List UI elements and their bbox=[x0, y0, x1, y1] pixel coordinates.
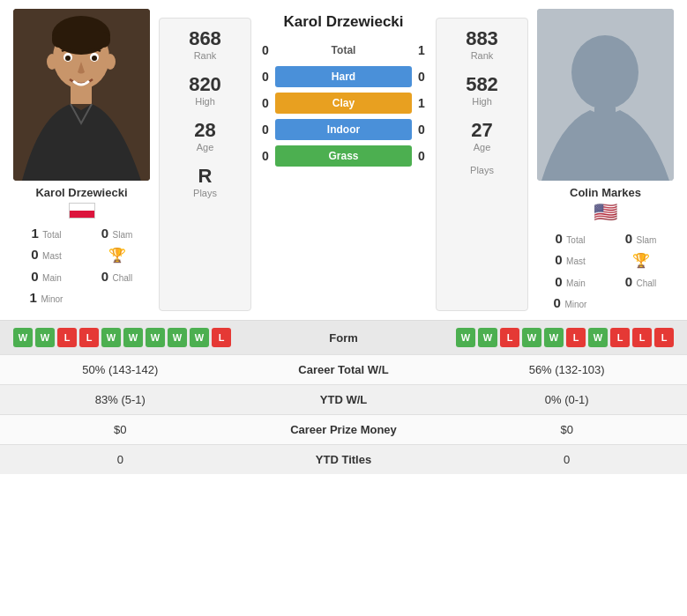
right-chall-value: 0 bbox=[625, 274, 632, 289]
left-plays-label: Plays bbox=[168, 188, 242, 198]
left-form-badge: W bbox=[35, 328, 55, 347]
right-form-badges: WWLWWLWLLL bbox=[456, 328, 674, 347]
left-plays-stat: R Plays bbox=[168, 165, 242, 198]
left-rank-label: Rank bbox=[168, 50, 242, 61]
right-form-badge: W bbox=[588, 328, 608, 347]
right-age-label: Age bbox=[445, 142, 519, 152]
right-trophy-cell: 🏆 bbox=[610, 252, 672, 269]
right-minor-cell: 0 Minor bbox=[540, 295, 601, 311]
surface-rows: 0 Total 1 0 Hard 0 0 Clay 1 0 bbox=[256, 40, 431, 172]
right-plays-stat: Plays bbox=[445, 165, 519, 175]
right-rank-stat: 883 Rank bbox=[445, 27, 519, 61]
svg-point-8 bbox=[47, 54, 57, 70]
left-plays-value: R bbox=[168, 165, 242, 188]
right-main-label: Main bbox=[566, 278, 586, 288]
right-minor-value: 0 bbox=[554, 295, 561, 310]
stat-right: 56% (132-103) bbox=[446, 355, 687, 385]
left-form-badge: W bbox=[168, 328, 187, 347]
total-badge: Total bbox=[275, 40, 412, 61]
left-total-value: 1 bbox=[32, 226, 39, 241]
left-player-info-grid: 1 Total 0 Slam 0 Mast 🏆 0 Main bbox=[16, 226, 148, 306]
left-stats-panel: 868 Rank 820 High 28 Age R Plays bbox=[159, 18, 251, 311]
left-slam-cell: 0 Slam bbox=[86, 226, 148, 241]
left-rank-value: 868 bbox=[168, 27, 242, 50]
right-chall-label: Chall bbox=[637, 278, 657, 288]
left-total-label: Total bbox=[42, 230, 61, 240]
svg-rect-10 bbox=[71, 86, 92, 104]
left-minor-label: Minor bbox=[41, 294, 63, 304]
right-form-badge: W bbox=[456, 328, 475, 347]
left-main-label: Main bbox=[42, 273, 62, 283]
stat-left: 83% (5-1) bbox=[0, 385, 241, 415]
right-mast-cell: 0 Mast bbox=[540, 252, 601, 269]
left-player-flag bbox=[69, 202, 95, 219]
clay-badge: Clay bbox=[275, 93, 412, 114]
form-section: WWLLWWWWWL Form WWLWWLWLLL bbox=[0, 321, 687, 354]
clay-row: 0 Clay 1 bbox=[256, 93, 431, 114]
clay-right-score: 1 bbox=[412, 96, 431, 110]
svg-point-7 bbox=[92, 56, 97, 61]
right-age-stat: 27 Age bbox=[445, 119, 519, 152]
right-slam-cell: 0 Slam bbox=[610, 231, 672, 247]
left-mast-value: 0 bbox=[31, 247, 38, 262]
stat-label: YTD Titles bbox=[241, 445, 447, 475]
right-main-value: 0 bbox=[555, 274, 562, 289]
grass-badge: Grass bbox=[275, 145, 412, 167]
svg-point-12 bbox=[571, 35, 638, 109]
right-trophy-icon: 🏆 bbox=[632, 253, 650, 268]
right-mast-value: 0 bbox=[555, 252, 562, 267]
stats-row: 0YTD Titles0 bbox=[0, 445, 687, 475]
right-form-badge: L bbox=[632, 328, 652, 347]
right-rank-label: Rank bbox=[445, 50, 519, 61]
left-chall-label: Chall bbox=[113, 273, 133, 283]
left-form-badge: L bbox=[212, 328, 231, 347]
left-main-value: 0 bbox=[31, 269, 38, 284]
indoor-right-score: 0 bbox=[412, 122, 431, 137]
right-form-badge: W bbox=[478, 328, 497, 347]
left-high-stat: 820 High bbox=[168, 73, 242, 107]
left-form-badge: W bbox=[123, 328, 143, 347]
main-container: Karol Drzewiecki 1 Total 0 Slam 0 Mast bbox=[0, 0, 687, 474]
svg-rect-3 bbox=[52, 32, 110, 48]
left-trophy-cell: 🏆 bbox=[86, 247, 148, 263]
hard-right-score: 0 bbox=[412, 70, 431, 84]
total-row: 0 Total 1 bbox=[256, 40, 431, 61]
right-age-value: 27 bbox=[445, 119, 519, 142]
right-chall-cell: 0 Chall bbox=[610, 274, 672, 290]
stats-row: 83% (5-1)YTD W/L0% (0-1) bbox=[0, 385, 687, 415]
right-slam-value: 0 bbox=[625, 231, 632, 246]
right-player-flag: 🇺🇸 bbox=[594, 201, 617, 224]
left-mast-cell: 0 Mast bbox=[16, 247, 78, 263]
left-age-label: Age bbox=[168, 142, 242, 152]
right-form-badge: L bbox=[654, 328, 674, 347]
stats-row: 50% (143-142)Career Total W/L56% (132-10… bbox=[0, 355, 687, 385]
stats-row: $0Career Prize Money$0 bbox=[0, 415, 687, 445]
right-total-label: Total bbox=[566, 235, 585, 245]
total-left-score: 0 bbox=[256, 43, 275, 57]
left-chall-value: 0 bbox=[101, 269, 108, 284]
form-label: Form bbox=[329, 331, 358, 345]
stat-right: $0 bbox=[446, 415, 687, 445]
left-form-badge: W bbox=[190, 328, 209, 347]
right-name-flag: Colin Markes 🇺🇸 bbox=[570, 181, 641, 224]
right-player-card: Colin Markes 🇺🇸 0 Total 0 Slam 0 Mast bbox=[533, 9, 678, 311]
right-rank-value: 883 bbox=[445, 27, 519, 50]
left-main-cell: 0 Main bbox=[16, 269, 78, 285]
right-form-badge: L bbox=[500, 328, 519, 347]
left-form-badge: L bbox=[79, 328, 99, 347]
right-player-info-grid: 0 Total 0 Slam 0 Mast 🏆 0 Main bbox=[540, 231, 672, 311]
stat-label: Career Total W/L bbox=[241, 355, 447, 385]
grass-row: 0 Grass 0 bbox=[256, 145, 431, 167]
hard-badge: Hard bbox=[275, 66, 412, 87]
right-player-name: Colin Markes bbox=[570, 186, 641, 199]
left-slam-value: 0 bbox=[101, 226, 108, 241]
left-age-value: 28 bbox=[168, 119, 242, 142]
right-stats-panel: 883 Rank 582 High 27 Age Plays bbox=[436, 18, 528, 311]
left-player-name: Karol Drzewiecki bbox=[35, 186, 127, 199]
left-form-badge: L bbox=[57, 328, 77, 347]
right-total-value: 0 bbox=[556, 231, 563, 246]
right-minor-label: Minor bbox=[564, 300, 586, 309]
stat-right: 0 bbox=[446, 445, 687, 475]
right-player-photo bbox=[537, 9, 674, 181]
grass-right-score: 0 bbox=[412, 149, 431, 163]
